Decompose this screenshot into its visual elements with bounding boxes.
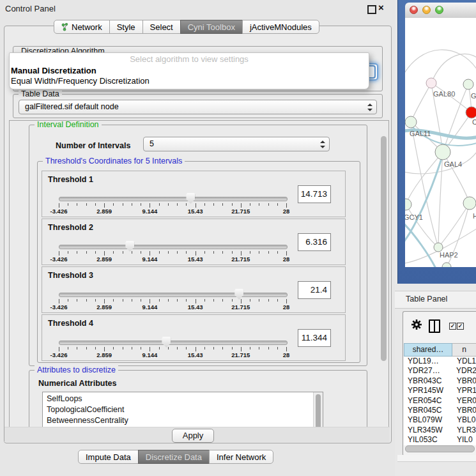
tick-label: 15.43	[188, 208, 203, 215]
dropdown-item-manual-discretization[interactable]: Manual Discretization	[11, 66, 96, 75]
table-row[interactable]: YBR043CYBR0	[404, 376, 476, 386]
network-node[interactable]	[426, 78, 436, 88]
float-window-icon[interactable]	[367, 5, 376, 14]
vertical-scrollbar[interactable]	[381, 136, 387, 361]
slider-tick-labels: -3.4262.8599.14415.4321.71528	[59, 351, 286, 358]
table-panel-title: Table Panel	[406, 295, 447, 303]
tab-label: Network	[72, 22, 102, 32]
table-row[interactable]: YBL079WYBL0	[404, 415, 476, 425]
threshold-1-panel: Threshold 1 -3.4262.8599.14415.4321.7152…	[42, 171, 346, 217]
network-node[interactable]	[463, 197, 476, 210]
horizontal-scrollbar[interactable]	[405, 445, 475, 452]
tab-label: Discretize Data	[146, 452, 202, 462]
table-row[interactable]: YLR345WYLR3	[404, 426, 476, 435]
close-traffic-light-icon[interactable]	[410, 6, 418, 14]
bottom-tab-bar: Impute Data Discretize Data Infer Networ…	[78, 450, 273, 464]
threshold-slider[interactable]	[59, 293, 288, 297]
network-node[interactable]	[435, 144, 450, 160]
combobox-stepper-icon	[320, 141, 325, 148]
zoom-traffic-light-icon[interactable]	[435, 6, 443, 14]
tick-label: 9.144	[142, 256, 158, 263]
table-row[interactable]: YER054CYER0	[404, 396, 476, 406]
network-node[interactable]	[466, 107, 476, 118]
attribute-item[interactable]: SelfLoops	[43, 394, 313, 404]
table-panel-box: ✓ ✓ shared… n YDL19…YDL1YDR27…YDR2YBR043…	[403, 311, 476, 456]
tick-label: -3.426	[50, 208, 68, 215]
table-data-combobox[interactable]: galFiltered.sif default node	[19, 100, 377, 114]
tick-label: 21.715	[231, 303, 250, 311]
attribute-item[interactable]: TopologicalCoefficient	[43, 404, 313, 415]
network-edge[interactable]	[443, 152, 470, 203]
tick-label: 9.144	[142, 208, 158, 215]
table-data-group: Table Data galFiltered.sif default node	[13, 94, 383, 118]
numerical-attributes-list[interactable]: SelfLoopsTopologicalCoefficientBetweenne…	[42, 392, 323, 428]
number-of-intervals-label: Number of Intervals	[56, 141, 130, 150]
tick-label: 2.859	[96, 351, 112, 358]
slider-thumb[interactable]	[162, 337, 171, 348]
threshold-slider[interactable]	[59, 341, 288, 345]
slider-tick-labels: -3.4262.8599.14415.4321.71528	[59, 208, 286, 215]
tab-select[interactable]: Select	[142, 20, 181, 34]
tab-impute-data[interactable]: Impute Data	[78, 450, 139, 464]
tab-discretize-data[interactable]: Discretize Data	[138, 450, 210, 464]
network-canvas[interactable]: GAL80GCGAL11GAL4GCY1HHAP2	[405, 18, 476, 267]
apply-button[interactable]: Apply	[172, 429, 214, 443]
gear-icon[interactable]	[411, 319, 422, 330]
network-node[interactable]	[434, 243, 443, 252]
network-window-titlebar[interactable]	[405, 3, 476, 19]
column-header-name[interactable]: n	[452, 343, 476, 357]
tab-style[interactable]: Style	[109, 20, 143, 34]
attributes-to-discretize-group: Attributes to discretize Numerical Attri…	[29, 370, 367, 428]
table-body: YDL19…YDL1YDR27…YDR2YBR043CYBR0YPR145WYP…	[404, 357, 476, 445]
threshold-value-field[interactable]: 21.4	[298, 281, 331, 299]
attribute-item[interactable]: BetweennessCentrality	[43, 415, 313, 426]
threshold-value-field[interactable]: 6.316	[298, 233, 331, 251]
network-edge[interactable]	[411, 83, 431, 122]
threshold-slider[interactable]	[59, 245, 288, 249]
slider-thumb[interactable]	[234, 289, 243, 300]
tab-label: Style	[117, 22, 135, 32]
network-node-label: H	[473, 212, 476, 220]
table-row[interactable]: YIL053CYIL0	[404, 435, 476, 445]
network-icon	[61, 23, 68, 31]
network-edge[interactable]	[406, 152, 443, 204]
column-header-shared-name[interactable]: shared…	[404, 343, 452, 357]
tab-label: Infer Network	[217, 452, 266, 462]
checkbox-icon[interactable]: ✓	[457, 323, 464, 330]
table-row[interactable]: YPR145WYPR1	[404, 386, 476, 395]
network-node[interactable]	[405, 116, 417, 128]
slider-thumb[interactable]	[186, 193, 195, 204]
threshold-value-field[interactable]: 11.344	[298, 329, 331, 347]
minimize-traffic-light-icon[interactable]	[422, 6, 431, 14]
threshold-value-field[interactable]: 14.713	[298, 185, 331, 203]
combobox-stepper-icon	[367, 104, 372, 111]
network-node-label: GAL11	[410, 130, 431, 137]
tab-infer-network[interactable]: Infer Network	[209, 450, 273, 464]
group-title: Interval Definition	[35, 120, 102, 129]
tick-label: 2.859	[96, 256, 112, 263]
table-row[interactable]: YDR27…YDR2	[404, 366, 476, 376]
tab-cyni-toolbox[interactable]: Cyni Toolbox	[180, 20, 243, 34]
network-node-label: HAP2	[440, 251, 458, 259]
network-edge[interactable]	[431, 54, 476, 83]
close-icon[interactable]: ×	[378, 2, 384, 13]
table-row[interactable]: YDL19…YDL1	[404, 357, 476, 366]
tab-network[interactable]: Network	[54, 20, 110, 34]
interval-definition-group: Interval Definition Number of Intervals …	[29, 125, 367, 366]
slider-thumb[interactable]	[125, 241, 134, 252]
number-of-intervals-combobox[interactable]: 5	[143, 137, 330, 151]
network-edge[interactable]	[438, 203, 470, 247]
list-scrollbar[interactable]	[316, 394, 321, 428]
network-edge[interactable]	[405, 221, 436, 267]
network-node[interactable]	[463, 79, 473, 89]
columns-icon[interactable]	[429, 319, 440, 333]
dropdown-item-equal-width-frequency[interactable]: Equal Width/Frequency Discretization	[11, 76, 150, 86]
tab-jactivemnodules[interactable]: jActiveMNodules	[242, 20, 319, 34]
table-row[interactable]: YBR045CYBR0	[404, 406, 476, 415]
slider-tick-labels: -3.4262.8599.14415.4321.71528	[59, 256, 286, 263]
checkbox-icon[interactable]: ✓	[449, 323, 456, 330]
threshold-label: Threshold 3	[48, 271, 93, 280]
network-node[interactable]	[405, 199, 411, 210]
threshold-slider[interactable]	[59, 197, 288, 201]
network-node[interactable]	[442, 263, 451, 267]
